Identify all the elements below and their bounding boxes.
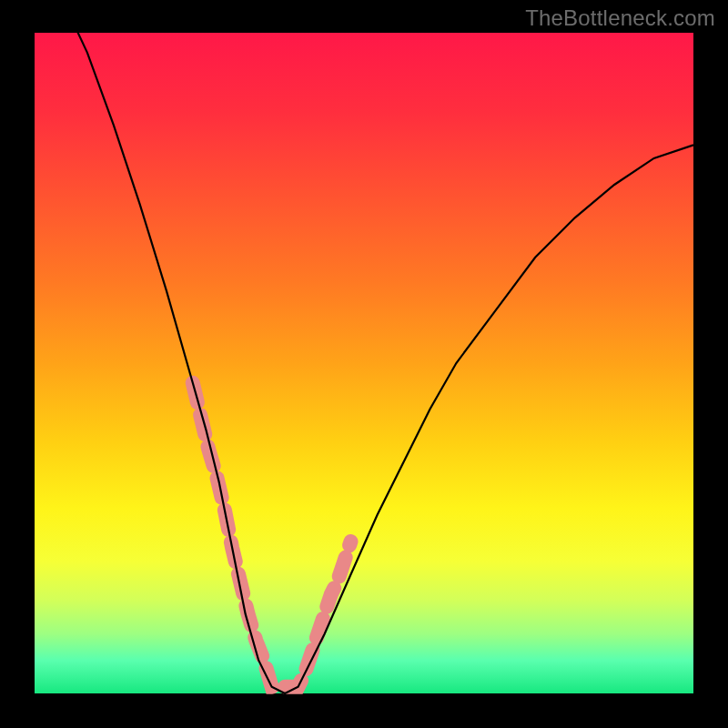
chart-frame: TheBottleneck.com (0, 0, 728, 728)
attribution-label: TheBottleneck.com (525, 5, 715, 31)
plot-background (35, 33, 693, 693)
bottleneck-chart (0, 0, 728, 728)
